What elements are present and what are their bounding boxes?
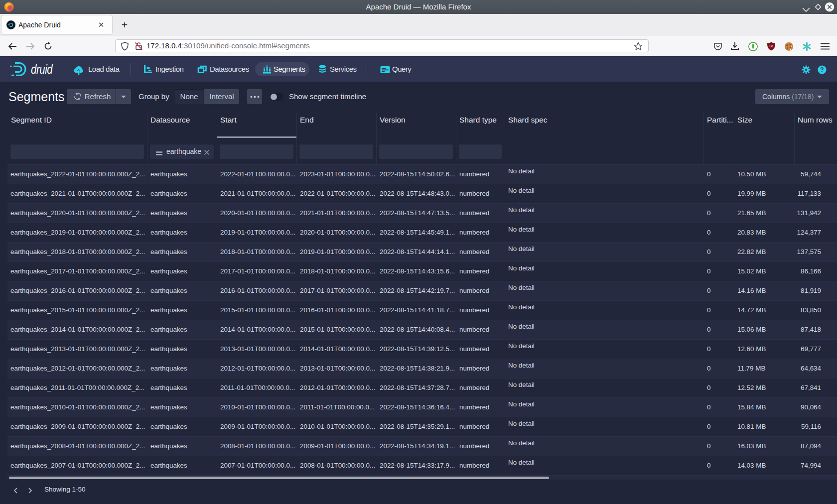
svg-text:uo: uo — [769, 44, 773, 48]
svg-text:?: ? — [820, 66, 824, 73]
